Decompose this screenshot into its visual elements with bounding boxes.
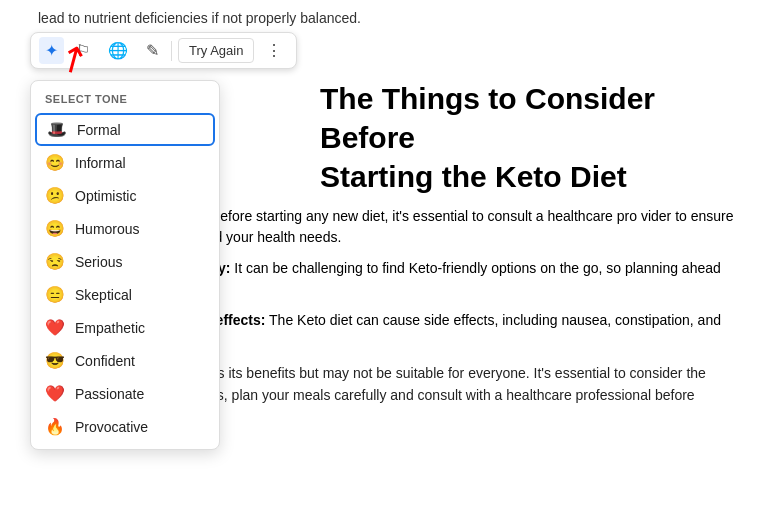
more-button[interactable]: ⋮ xyxy=(260,37,288,64)
heading-line2: Starting the Keto Diet xyxy=(320,157,736,196)
provocative-label: Provocative xyxy=(75,419,148,435)
top-text: lead to nutrient deficiencies if not pro… xyxy=(30,10,736,26)
humorous-label: Humorous xyxy=(75,221,140,237)
passionate-icon: ❤️ xyxy=(45,384,65,403)
tone-item-skeptical[interactable]: 😑 Skeptical xyxy=(31,278,219,311)
tone-item-serious[interactable]: 😒 Serious xyxy=(31,245,219,278)
tone-item-empathetic[interactable]: ❤️ Empathetic xyxy=(31,311,219,344)
tone-item-formal[interactable]: 🎩 Formal xyxy=(35,113,215,146)
empathetic-label: Empathetic xyxy=(75,320,145,336)
empathetic-icon: ❤️ xyxy=(45,318,65,337)
globe-icon: 🌐 xyxy=(108,41,128,60)
flag-button[interactable]: ⚐ xyxy=(70,37,96,64)
informal-label: Informal xyxy=(75,155,126,171)
serious-icon: 😒 xyxy=(45,252,65,271)
tone-item-humorous[interactable]: 😄 Humorous xyxy=(31,212,219,245)
tone-item-optimistic[interactable]: 😕 Optimistic xyxy=(31,179,219,212)
confident-label: Confident xyxy=(75,353,135,369)
edit-button[interactable]: ✎ xyxy=(140,37,165,64)
try-again-button[interactable]: Try Again xyxy=(178,38,254,63)
heading-line2-part1: Starting the Keto Diet xyxy=(320,160,627,193)
humorous-icon: 😄 xyxy=(45,219,65,238)
tone-item-informal[interactable]: 😊 Informal xyxy=(31,146,219,179)
flag-icon: ⚐ xyxy=(76,41,90,60)
globe-button[interactable]: 🌐 xyxy=(102,37,134,64)
toolbar: ✦ ⚐ 🌐 ✎ Try Again ⋮ xyxy=(30,32,297,69)
tone-item-provocative[interactable]: 🔥 Provocative xyxy=(31,410,219,443)
formal-label: Formal xyxy=(77,122,121,138)
passionate-label: Passionate xyxy=(75,386,144,402)
formal-icon: 🎩 xyxy=(47,120,67,139)
sparkle-icon: ✦ xyxy=(45,41,58,60)
heading-line1-part1: Th xyxy=(320,82,357,115)
optimistic-icon: 😕 xyxy=(45,186,65,205)
serious-label: Serious xyxy=(75,254,122,270)
informal-icon: 😊 xyxy=(45,153,65,172)
tone-item-confident[interactable]: 😎 Confident xyxy=(31,344,219,377)
tone-item-passionate[interactable]: ❤️ Passionate xyxy=(31,377,219,410)
skeptical-label: Skeptical xyxy=(75,287,132,303)
heading-line1-part2: e Things to Consider Before xyxy=(320,82,655,154)
page-layout: lead to nutrient deficiencies if not pro… xyxy=(0,0,766,527)
confident-icon: 😎 xyxy=(45,351,65,370)
heading-text: The Things to Consider Before Starting t… xyxy=(320,79,736,196)
divider xyxy=(171,41,172,61)
skeptical-icon: 😑 xyxy=(45,285,65,304)
tone-dropdown: SELECT TONE 🎩 Formal 😊 Informal 😕 Optimi… xyxy=(30,80,220,450)
edit-icon: ✎ xyxy=(146,41,159,60)
sparkle-button[interactable]: ✦ xyxy=(39,37,64,64)
dropdown-header: SELECT TONE xyxy=(31,87,219,113)
more-icon: ⋮ xyxy=(266,42,282,59)
provocative-icon: 🔥 xyxy=(45,417,65,436)
optimistic-label: Optimistic xyxy=(75,188,136,204)
heading-line1: The Things to Consider Before xyxy=(320,79,736,157)
